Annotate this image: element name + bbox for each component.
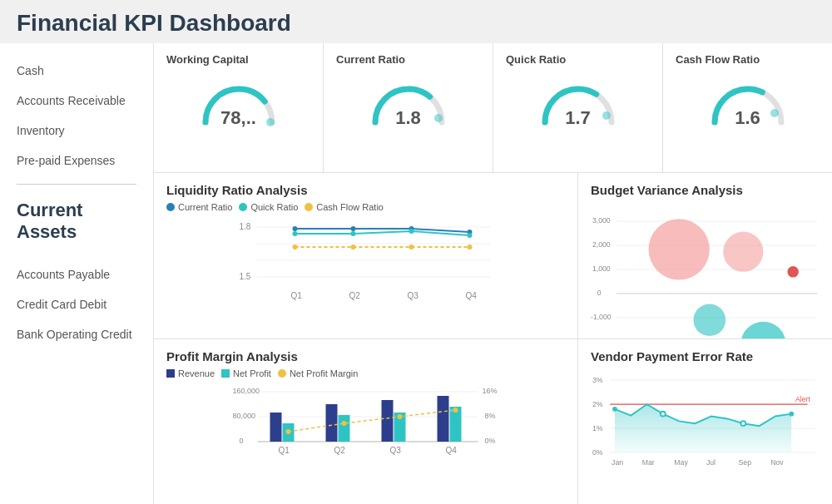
svg-rect-39 — [339, 415, 350, 442]
svg-text:Q1: Q1 — [279, 446, 290, 455]
svg-text:Nov: Nov — [770, 458, 784, 467]
sidebar-item-cc[interactable]: Credit Card Debit — [17, 289, 136, 319]
svg-point-69 — [694, 304, 726, 336]
svg-text:160,000: 160,000 — [233, 387, 260, 395]
sidebar-item-bank[interactable]: Bank Operating Credit — [17, 319, 136, 349]
svg-point-23 — [351, 245, 356, 250]
sidebar-divider — [17, 184, 136, 185]
svg-text:1.5: 1.5 — [240, 272, 251, 281]
sidebar-item-ar[interactable]: Accounts Receivable — [17, 86, 136, 116]
dashboard: Financial KPI Dashboard Cash Accounts Re… — [0, 0, 832, 504]
budget-variance-chart: 3,000 2,000 1,000 0 -1,000 -2,000 -3,000 — [591, 202, 820, 339]
kpi-quick-ratio-gauge: 1.7 — [537, 77, 620, 131]
legend-margin: Net Profit Margin — [278, 368, 359, 378]
svg-text:Sep: Sep — [739, 458, 752, 467]
budget-variance-panel: Budget Variance Analysis 3,000 2,000 1,0… — [578, 173, 832, 339]
profit-panel: Profit Margin Analysis Revenue Net Profi… — [154, 339, 577, 505]
kpi-current-ratio-gauge: 1.8 — [367, 77, 450, 131]
svg-text:Mar: Mar — [642, 458, 655, 467]
liquidity-title: Liquidity Ratio Analysis — [166, 183, 565, 197]
legend-revenue: Revenue — [166, 368, 215, 378]
kpi-cash-flow-ratio-value: 1.6 — [735, 107, 760, 129]
svg-text:Q4: Q4 — [466, 291, 478, 300]
svg-rect-42 — [438, 396, 449, 442]
kpi-current-ratio: Current Ratio 1.8 — [324, 43, 493, 172]
legend-net-profit: Net Profit — [221, 368, 271, 378]
svg-text:3,000: 3,000 — [592, 216, 611, 225]
svg-point-2 — [602, 111, 611, 120]
svg-marker-81 — [615, 404, 791, 452]
svg-text:-1,000: -1,000 — [591, 313, 612, 321]
profit-title: Profit Margin Analysis — [166, 349, 565, 363]
svg-point-20 — [409, 229, 414, 234]
svg-point-14 — [293, 226, 298, 231]
svg-text:2,000: 2,000 — [592, 240, 611, 249]
svg-point-1 — [434, 114, 443, 122]
svg-text:Q2: Q2 — [349, 291, 361, 300]
svg-point-85 — [789, 411, 794, 416]
svg-point-68 — [787, 266, 799, 278]
svg-text:16%: 16% — [483, 387, 498, 395]
kpi-working-capital-gauge: 78,.. — [197, 77, 280, 131]
liquidity-panel: Liquidity Ratio Analysis Current Ratio Q… — [154, 173, 577, 339]
vendor-error-chart: 3% 2% 1% 0% Alert — [591, 368, 820, 489]
sidebar-item-inventory[interactable]: Inventory — [17, 116, 136, 146]
budget-variance-title: Budget Variance Analysis — [591, 183, 820, 197]
svg-point-22 — [293, 245, 298, 250]
svg-rect-36 — [270, 413, 282, 442]
svg-point-82 — [612, 406, 617, 411]
kpi-quick-ratio-title: Quick Ratio — [506, 53, 566, 66]
svg-point-21 — [468, 233, 473, 238]
svg-point-18 — [293, 231, 298, 236]
svg-point-3 — [770, 109, 779, 117]
svg-text:Jul: Jul — [706, 458, 716, 467]
svg-text:Q1: Q1 — [291, 291, 303, 300]
middle-row: Liquidity Ratio Analysis Current Ratio Q… — [154, 173, 832, 504]
svg-text:Q4: Q4 — [446, 446, 458, 455]
kpi-quick-ratio: Quick Ratio 1.7 — [493, 43, 663, 172]
svg-text:0: 0 — [597, 289, 602, 297]
right-column: Budget Variance Analysis 3,000 2,000 1,0… — [578, 173, 832, 504]
kpi-working-capital-title: Working Capital — [166, 53, 249, 66]
svg-text:3%: 3% — [592, 376, 603, 384]
svg-point-24 — [409, 245, 414, 250]
svg-text:Q3: Q3 — [408, 291, 419, 300]
svg-text:8%: 8% — [485, 412, 496, 420]
main-content: Cash Accounts Receivable Inventory Pre-p… — [0, 43, 832, 504]
svg-point-19 — [351, 231, 356, 236]
svg-text:0%: 0% — [592, 447, 603, 456]
legend-cash-flow: Cash Flow Ratio — [305, 202, 384, 212]
liquidity-chart: 1.8 1.5 Q1 Q2 Q3 Q4 — [166, 217, 565, 304]
liquidity-legend: Current Ratio Quick Ratio Cash Flow Rati… — [166, 202, 565, 212]
svg-point-47 — [453, 408, 458, 413]
svg-text:80,000: 80,000 — [233, 412, 256, 420]
kpi-row: Working Capital 78,.. Current Ratio — [154, 43, 832, 173]
sidebar: Cash Accounts Receivable Inventory Pre-p… — [0, 43, 154, 504]
sidebar-item-prepaid[interactable]: Pre-paid Expenses — [17, 146, 136, 175]
legend-quick-ratio: Quick Ratio — [239, 202, 298, 212]
svg-point-25 — [468, 245, 473, 250]
svg-point-84 — [740, 421, 745, 426]
svg-point-70 — [740, 322, 785, 339]
kpi-quick-ratio-value: 1.7 — [565, 107, 591, 129]
sidebar-item-ap[interactable]: Accounts Payable — [17, 259, 136, 289]
svg-text:Jan: Jan — [612, 458, 623, 467]
svg-text:Q3: Q3 — [390, 446, 402, 455]
profit-legend: Revenue Net Profit Net Profit Margin — [166, 368, 565, 378]
kpi-cash-flow-ratio: Cash Flow Ratio 1.6 — [663, 43, 832, 172]
svg-text:1.8: 1.8 — [240, 222, 251, 231]
kpi-working-capital-value: 78,.. — [220, 107, 256, 129]
svg-text:1%: 1% — [592, 423, 603, 432]
svg-rect-38 — [326, 404, 338, 442]
svg-text:0: 0 — [240, 437, 244, 445]
svg-rect-40 — [382, 400, 394, 442]
sidebar-item-cash[interactable]: Cash — [17, 56, 136, 86]
svg-text:May: May — [674, 458, 688, 467]
svg-point-15 — [351, 226, 356, 231]
svg-text:Alert: Alert — [795, 395, 810, 403]
header: Financial KPI Dashboard — [0, 0, 832, 43]
svg-point-46 — [398, 414, 403, 419]
svg-point-45 — [342, 421, 347, 426]
sidebar-section-title: Current Assets — [17, 193, 136, 250]
vendor-error-panel: Vendor Payment Error Rate 3% 2% 1% 0% — [578, 339, 832, 505]
